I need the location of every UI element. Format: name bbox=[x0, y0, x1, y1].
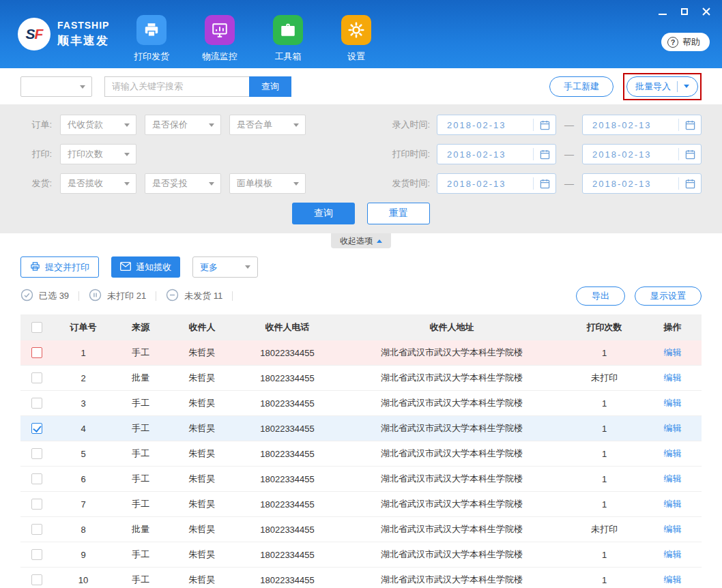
order-phone: 18022334455 bbox=[236, 575, 338, 585]
col-recipient: 收件人 bbox=[168, 321, 236, 334]
action-row: 提交并打印 通知揽收 更多 bbox=[0, 250, 722, 283]
row-checkbox[interactable] bbox=[31, 473, 42, 484]
calendar-icon bbox=[679, 120, 701, 130]
edit-link[interactable]: 编辑 bbox=[664, 499, 682, 509]
order-id: 9 bbox=[53, 550, 113, 560]
help-button[interactable]: ? 帮助 bbox=[661, 33, 710, 51]
manual-create-button[interactable]: 手工新建 bbox=[549, 76, 613, 97]
calendar-icon bbox=[534, 179, 555, 189]
nav-print-ship[interactable]: 打印发货 bbox=[123, 15, 180, 63]
edit-link[interactable]: 编辑 bbox=[664, 372, 682, 383]
date-separator: — bbox=[564, 119, 574, 130]
question-icon: ? bbox=[667, 37, 678, 48]
edit-link[interactable]: 编辑 bbox=[664, 574, 682, 585]
app-window: SF FASTSHIP 顺丰速发 打印发货 bbox=[0, 0, 722, 588]
table-header: 订单号 来源 收件人 收件人电话 收件人地址 打印次数 操作 bbox=[20, 314, 702, 340]
select-delivered[interactable]: 是否妥投 bbox=[145, 173, 221, 194]
orders-table: 订单号 来源 收件人 收件人电话 收件人地址 打印次数 操作 1 手工 朱哲昊 … bbox=[20, 314, 702, 588]
ship-date-from[interactable]: 2018-02-13 bbox=[437, 173, 556, 194]
order-recipient: 朱哲昊 bbox=[168, 473, 236, 485]
query-button[interactable]: 查询 bbox=[292, 203, 355, 224]
order-phone: 18022334455 bbox=[236, 474, 338, 484]
edit-link[interactable]: 编辑 bbox=[664, 524, 682, 534]
nav-logistics-monitor[interactable]: 物流监控 bbox=[191, 15, 248, 63]
order-print-count: 1 bbox=[565, 424, 644, 434]
order-recipient: 朱哲昊 bbox=[168, 347, 236, 359]
chevron-down-icon bbox=[124, 153, 130, 156]
date-separator: — bbox=[564, 149, 574, 160]
order-phone: 18022334455 bbox=[236, 525, 338, 535]
row-checkbox[interactable] bbox=[31, 524, 42, 535]
notify-pickup-button[interactable]: 通知揽收 bbox=[111, 256, 180, 278]
table-row: 3 手工 朱哲昊 18022334455 湖北省武汉市武汉大学本科生学院楼 1 … bbox=[20, 391, 702, 416]
filter-row-label: 订单: bbox=[20, 119, 52, 131]
order-phone: 18022334455 bbox=[236, 348, 338, 358]
display-settings-button[interactable]: 显示设置 bbox=[635, 286, 702, 306]
print-date-to[interactable]: 2018-02-13 bbox=[582, 144, 702, 164]
select-insured[interactable]: 是否保价 bbox=[145, 115, 221, 135]
order-source: 手工 bbox=[113, 548, 168, 561]
minimize-button[interactable] bbox=[658, 7, 667, 16]
edit-link[interactable]: 编辑 bbox=[664, 448, 682, 458]
edit-link[interactable]: 编辑 bbox=[664, 473, 682, 484]
unprinted-count: 未打印 21 bbox=[89, 289, 146, 304]
chevron-down-icon bbox=[245, 265, 250, 269]
order-id: 6 bbox=[53, 474, 113, 484]
row-checkbox[interactable] bbox=[31, 347, 42, 358]
category-select[interactable] bbox=[20, 76, 92, 97]
edit-link[interactable]: 编辑 bbox=[664, 398, 682, 408]
nav-settings[interactable]: 设置 bbox=[328, 15, 385, 63]
select-cod[interactable]: 代收货款 bbox=[60, 115, 136, 135]
time-range-label: 录入时间: bbox=[392, 119, 430, 131]
order-id: 1 bbox=[53, 348, 113, 358]
row-checkbox[interactable] bbox=[31, 372, 42, 383]
batch-import-button[interactable]: 批量导入 bbox=[626, 76, 698, 97]
col-actions: 操作 bbox=[644, 321, 702, 334]
edit-link[interactable]: 编辑 bbox=[664, 549, 682, 559]
collapse-bar: 收起选项 bbox=[0, 233, 722, 250]
reset-button[interactable]: 重置 bbox=[367, 203, 430, 224]
ship-date-to[interactable]: 2018-02-13 bbox=[582, 173, 702, 194]
select-combined[interactable]: 是否合单 bbox=[229, 115, 306, 135]
chevron-down-icon bbox=[80, 85, 85, 89]
entry-date-to[interactable]: 2018-02-13 bbox=[582, 115, 702, 135]
select-pickup[interactable]: 是否揽收 bbox=[60, 173, 136, 194]
entry-time-range: 录入时间: 2018-02-13 — 2018-02-13 bbox=[392, 115, 702, 135]
row-checkbox[interactable] bbox=[31, 398, 42, 409]
maximize-button[interactable] bbox=[680, 7, 689, 16]
row-checkbox[interactable] bbox=[31, 549, 42, 560]
order-address: 湖北省武汉市武汉大学本科生学院楼 bbox=[338, 498, 565, 510]
row-checkbox[interactable] bbox=[31, 448, 42, 459]
entry-date-from[interactable]: 2018-02-13 bbox=[437, 115, 556, 135]
collapse-options-button[interactable]: 收起选项 bbox=[331, 233, 391, 248]
row-checkbox[interactable] bbox=[31, 574, 42, 585]
nav-toolbox[interactable]: 工具箱 bbox=[259, 15, 317, 63]
more-dropdown[interactable]: 更多 bbox=[192, 256, 258, 278]
export-button[interactable]: 导出 bbox=[576, 286, 625, 306]
filter-row-order: 订单: 代收货款 是否保价 是否合单 录入时间: 2018-02-13 — 20… bbox=[20, 115, 702, 135]
order-id: 7 bbox=[53, 499, 113, 510]
search-button[interactable]: 查询 bbox=[249, 76, 291, 97]
close-button[interactable] bbox=[702, 7, 711, 16]
search-input[interactable] bbox=[104, 76, 249, 97]
search-toolbar: 查询 手工新建 批量导入 bbox=[0, 68, 722, 104]
edit-link[interactable]: 编辑 bbox=[664, 347, 682, 357]
minus-circle-icon bbox=[166, 289, 179, 304]
logo-letter-f: F bbox=[35, 26, 43, 42]
order-recipient: 朱哲昊 bbox=[168, 372, 236, 384]
order-source: 手工 bbox=[113, 347, 168, 359]
row-checkbox[interactable] bbox=[31, 499, 42, 510]
select-print-count[interactable]: 打印次数 bbox=[60, 144, 136, 164]
col-source: 来源 bbox=[113, 321, 168, 334]
order-source: 手工 bbox=[113, 574, 168, 586]
select-waybill-template[interactable]: 面单模板 bbox=[229, 173, 306, 194]
submit-print-button[interactable]: 提交并打印 bbox=[20, 256, 99, 278]
order-address: 湖北省武汉市武汉大学本科生学院楼 bbox=[338, 548, 565, 561]
order-print-count: 1 bbox=[565, 449, 644, 459]
main-nav: 打印发货 物流监控 工具箱 bbox=[123, 15, 385, 63]
select-all-checkbox[interactable] bbox=[31, 322, 42, 333]
print-date-from[interactable]: 2018-02-13 bbox=[437, 144, 556, 164]
edit-link[interactable]: 编辑 bbox=[664, 423, 682, 433]
row-checkbox[interactable] bbox=[31, 423, 42, 434]
brand-name-cn: 顺丰速发 bbox=[57, 33, 109, 48]
